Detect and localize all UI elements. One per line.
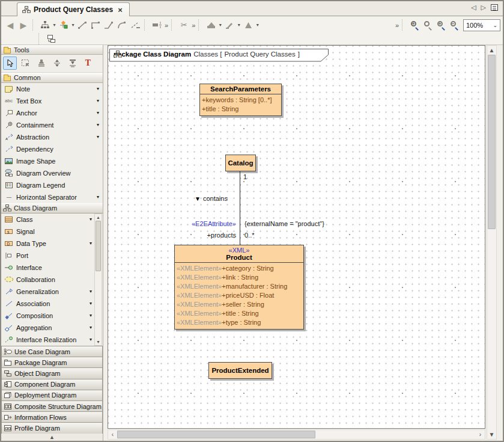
show-structure-button[interactable] (44, 32, 58, 45)
zoom-in-button[interactable]: + (434, 19, 448, 31)
palette-section-object-diagram[interactable]: Object Diagram (1, 367, 103, 378)
palette-item-aggregation[interactable]: Aggregation ▾ (1, 322, 103, 334)
palette-item-dependency[interactable]: Dependency (1, 143, 103, 155)
association-role-name[interactable]: +products (180, 232, 236, 239)
scroll-down-icon[interactable]: ▼ (96, 339, 100, 345)
palette-section-deployment-diagram[interactable]: Deployment Diagram (1, 390, 103, 401)
path-oblique-button[interactable] (102, 19, 115, 31)
association-constraint[interactable]: {externalName = "product"} (244, 220, 324, 227)
palette-item-port[interactable]: Port (1, 250, 103, 262)
dropdown-icon[interactable]: ▾ (97, 98, 99, 103)
dropdown-icon[interactable]: ▾ (97, 110, 99, 115)
scroll-down-icon[interactable]: ▼ (487, 430, 496, 439)
path-rectilinear-button[interactable] (89, 19, 102, 31)
palette-item-image-shape[interactable]: Image Shape (1, 155, 103, 167)
palette-item-interface[interactable]: Interface (1, 262, 103, 274)
tab-close-icon[interactable]: × (116, 5, 124, 14)
scroll-right-icon[interactable]: › (476, 430, 485, 439)
stamp-tool-button[interactable] (34, 57, 48, 70)
association-direction-label[interactable]: ▼contains (195, 195, 228, 202)
next-tab-icon[interactable]: ▷ (481, 4, 486, 11)
dropdown-icon[interactable]: ▾ (97, 122, 99, 127)
dropdown-icon[interactable]: ▾ (97, 86, 99, 91)
palette-section-information-flows[interactable]: Information Flows (1, 411, 103, 422)
insert-shape-button[interactable] (150, 19, 163, 31)
canvas-vertical-scrollbar[interactable]: ▲ ▼ (487, 45, 497, 440)
association-stereotype[interactable]: «E2EAttribute» (144, 220, 236, 227)
diagram-canvas[interactable]: package Class Diagram Classes [ Product … (108, 45, 485, 429)
quick-layout-dropdown-icon[interactable]: ▾ (70, 22, 76, 28)
sticky-selection-tool-button[interactable] (19, 57, 32, 70)
zoom-out-button[interactable]: − (448, 19, 461, 31)
font-color-button[interactable] (241, 19, 255, 31)
palette-section-common[interactable]: Common (1, 73, 103, 82)
zoom-fit-button[interactable] (421, 19, 434, 31)
overflow-chevron-icon[interactable]: » (190, 22, 196, 29)
palette-item-composition[interactable]: Composition ▾ (1, 310, 103, 322)
scrollbar-thumb[interactable] (96, 221, 101, 271)
class-product-extended[interactable]: ProductExtended (208, 362, 272, 379)
palette-section-profile-diagram[interactable]: Profile Diagram (1, 422, 103, 433)
palette-item-association[interactable]: Association ▾ (1, 298, 103, 310)
palette-scrollbar[interactable]: ▲ ▼ (94, 213, 102, 346)
dropdown-icon[interactable]: ▾ (90, 241, 92, 246)
palette-item-anchor[interactable]: Anchor ▾ (1, 107, 103, 119)
dropdown-icon[interactable]: ▾ (90, 325, 92, 330)
path-direct-button[interactable] (76, 19, 89, 31)
fill-color-button[interactable] (204, 19, 217, 31)
palette-item-abstraction[interactable]: A Abstraction ▾ (1, 131, 103, 143)
palette-item-note[interactable]: Note ▾ (1, 83, 103, 95)
forward-button[interactable]: ▶ (17, 19, 30, 31)
toolbar-overflow-icon[interactable]: » (394, 22, 399, 29)
palette-section-tools[interactable]: Tools (1, 45, 103, 55)
prev-tab-icon[interactable]: ◁ (471, 4, 476, 11)
palette-collapse-button[interactable]: ▲ (1, 434, 103, 441)
class-search-parameters[interactable]: SearchParameters +keywords : String [0..… (199, 84, 282, 116)
cut-button[interactable]: ✂ (177, 19, 190, 31)
tab-list-icon[interactable] (491, 4, 498, 11)
vertical-collapse-tool-button[interactable] (65, 57, 79, 70)
quick-layout-button[interactable] (57, 19, 70, 31)
layout-tree-button[interactable] (38, 19, 52, 31)
scroll-left-icon[interactable]: ‹ (108, 430, 117, 439)
palette-item-containment[interactable]: Containment ▾ (1, 119, 103, 131)
association-catalog-product[interactable] (240, 171, 240, 245)
path-remove-breakpoints-button[interactable] (129, 19, 142, 31)
class-catalog[interactable]: Catalog (225, 155, 256, 171)
association-multiplicity-target[interactable]: 0..* (244, 232, 255, 239)
class-product[interactable]: «XML» Product «XMLElement»+category : St… (174, 245, 304, 330)
zoom-region-button[interactable]: + (408, 19, 421, 31)
tab-product-query-classes[interactable]: Product Query Classes × (17, 2, 130, 16)
scroll-up-icon[interactable]: ▲ (487, 46, 496, 55)
palette-section-class-diagram[interactable]: Class Diagram (1, 203, 103, 213)
canvas-horizontal-scrollbar[interactable]: ‹ › (108, 429, 485, 440)
fill-color-dropdown-icon[interactable]: ▾ (217, 22, 223, 28)
scrollbar-thumb[interactable] (117, 431, 315, 438)
text-tool-button[interactable]: T (81, 57, 95, 70)
dropdown-icon[interactable]: ▾ (90, 313, 92, 318)
palette-item-interface-realization[interactable]: Interface Realization ▾ (1, 334, 103, 346)
dropdown-icon[interactable]: ▾ (90, 301, 92, 306)
layout-tree-dropdown-icon[interactable]: ▾ (52, 22, 57, 28)
select-tool-button[interactable] (3, 57, 17, 70)
palette-item-signal[interactable]: s Signal (1, 226, 103, 238)
scrollbar-thumb[interactable] (488, 55, 496, 229)
overflow-chevron-icon[interactable]: » (163, 22, 169, 29)
line-color-dropdown-icon[interactable]: ▾ (236, 22, 241, 28)
zoom-level-combobox[interactable]: 100% ⌄ (463, 19, 500, 31)
palette-section-component-diagram[interactable]: Component Diagram (1, 379, 103, 390)
scroll-up-icon[interactable]: ▲ (96, 214, 100, 221)
line-color-button[interactable] (223, 19, 236, 31)
dropdown-icon[interactable]: ▾ (90, 289, 92, 294)
association-multiplicity-source[interactable]: 1 (243, 173, 247, 180)
dropdown-icon[interactable]: ▾ (90, 216, 92, 222)
font-color-dropdown-icon[interactable]: ▾ (255, 22, 260, 28)
palette-item-horizontal-separator[interactable]: ---- Horizontal Separator ▾ (1, 191, 103, 203)
palette-section-composite-structure-diagram[interactable]: Composite Structure Diagram (1, 401, 103, 411)
palette-item-collaboration[interactable]: Collaboration (1, 274, 103, 286)
palette-section-package-diagram[interactable]: Package Diagram (1, 357, 103, 367)
dropdown-icon[interactable]: ▾ (97, 134, 99, 140)
path-bezier-button[interactable] (115, 19, 129, 31)
back-button[interactable]: ◀ (4, 19, 17, 31)
palette-item-data-type[interactable]: D Data Type ▾ (1, 238, 103, 250)
